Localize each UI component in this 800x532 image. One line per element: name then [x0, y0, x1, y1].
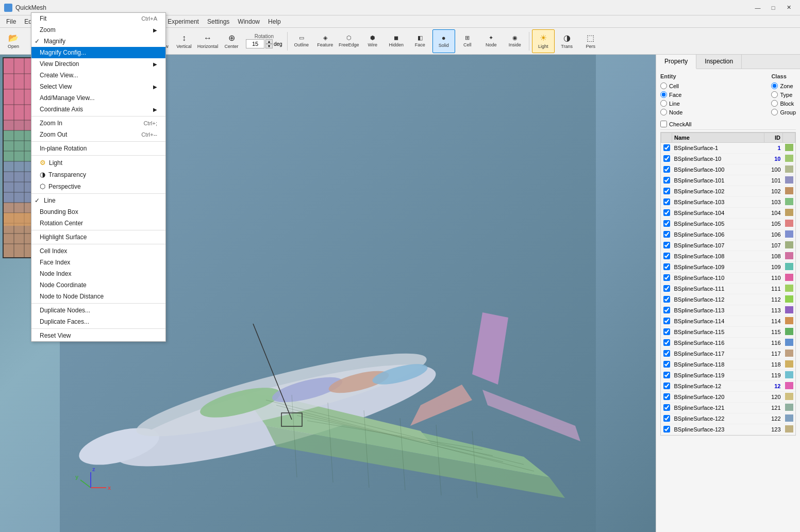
- menu-transparency-item[interactable]: ◑ Transparency: [31, 169, 165, 180]
- menu-face-index-item[interactable]: Face Index: [31, 257, 165, 268]
- menu-coordinate-axis-item[interactable]: Coordinate Axis ▶: [31, 104, 165, 115]
- menu-settings[interactable]: Settings: [203, 15, 234, 28]
- row-checkbox[interactable]: [663, 426, 670, 433]
- menu-duplicate-nodes-item[interactable]: Duplicate Nodes...: [31, 305, 165, 316]
- wire-button[interactable]: ⬢ Wire: [361, 29, 384, 53]
- tab-inspection[interactable]: Inspection: [696, 55, 742, 69]
- row-checkbox[interactable]: [663, 253, 670, 259]
- class-group-input[interactable]: [771, 109, 778, 115]
- row-checkbox[interactable]: [663, 155, 670, 162]
- row-checkbox[interactable]: [663, 177, 670, 184]
- menu-view-direction-item[interactable]: View Direction ▶: [31, 58, 165, 70]
- row-checkbox[interactable]: [663, 393, 670, 400]
- open-button[interactable]: 📂 Open: [2, 29, 25, 53]
- row-checkbox[interactable]: [663, 231, 670, 238]
- entity-line-radio[interactable]: Line: [660, 100, 682, 107]
- row-checkbox[interactable]: [663, 144, 670, 151]
- row-checkbox[interactable]: [663, 361, 670, 368]
- trans-button[interactable]: ◑ Trans: [556, 29, 578, 53]
- row-checkbox[interactable]: [663, 415, 670, 422]
- menu-line-item[interactable]: ✓ Line: [31, 195, 165, 206]
- menu-fit-item[interactable]: Fit Ctrl+A: [31, 13, 165, 24]
- menu-duplicate-faces-item[interactable]: Duplicate Faces...: [31, 316, 165, 327]
- row-checkbox[interactable]: [663, 372, 670, 378]
- row-checkbox[interactable]: [663, 350, 670, 357]
- menu-node-distance-item[interactable]: Node to Node Distance: [31, 291, 165, 302]
- cell-button[interactable]: ⊞ Cell: [456, 29, 479, 53]
- node-button[interactable]: ✦ Node: [480, 29, 503, 53]
- check-all-checkbox[interactable]: [660, 121, 667, 127]
- menu-select-view-item[interactable]: Select View ▶: [31, 81, 165, 92]
- class-group-radio[interactable]: Group: [771, 109, 796, 115]
- hidden-button[interactable]: ◼ Hidden: [385, 29, 408, 53]
- row-checkbox[interactable]: [663, 404, 670, 411]
- class-zone-radio[interactable]: Zone: [771, 82, 796, 89]
- rotation-up[interactable]: ▲: [265, 39, 273, 44]
- row-checkbox[interactable]: [663, 274, 670, 281]
- entity-node-input[interactable]: [660, 109, 667, 115]
- menu-magnify-config-item[interactable]: Magnify Config...: [31, 47, 165, 58]
- vertical-button[interactable]: ↕ Vertical: [173, 29, 195, 53]
- rotation-down[interactable]: ▼: [265, 44, 273, 48]
- menu-node-index-item[interactable]: Node Index: [31, 268, 165, 279]
- menu-inplane-rotation-item[interactable]: In-plane Rotation: [31, 143, 165, 154]
- menu-window[interactable]: Window: [234, 15, 264, 28]
- minimize-button[interactable]: —: [751, 3, 765, 13]
- class-block-input[interactable]: [771, 100, 778, 107]
- row-checkbox[interactable]: [663, 296, 670, 303]
- menu-add-manage-view-item[interactable]: Add/Manage View...: [31, 92, 165, 104]
- menu-rotation-center-item[interactable]: Rotation Center: [31, 218, 165, 229]
- entity-node-radio[interactable]: Node: [660, 109, 682, 115]
- entity-cell-radio[interactable]: Cell: [660, 82, 682, 89]
- row-checkbox[interactable]: [663, 263, 670, 270]
- row-checkbox[interactable]: [663, 242, 670, 248]
- outline-button[interactable]: ▭ Outline: [290, 29, 313, 53]
- menu-bounding-box-item[interactable]: Bounding Box: [31, 206, 165, 218]
- entity-face-radio[interactable]: Face: [660, 91, 682, 98]
- row-checkbox[interactable]: [663, 188, 670, 194]
- row-checkbox[interactable]: [663, 328, 670, 335]
- face-button[interactable]: ◧ Face: [409, 29, 431, 53]
- row-checkbox[interactable]: [663, 166, 670, 173]
- menu-cell-index-item[interactable]: Cell Index: [31, 245, 165, 257]
- feature-button[interactable]: ◈ Feature: [314, 29, 337, 53]
- entity-cell-input[interactable]: [660, 82, 667, 89]
- entity-line-input[interactable]: [660, 100, 667, 107]
- class-zone-input[interactable]: [771, 82, 778, 89]
- menu-create-view-item[interactable]: Create View...: [31, 70, 165, 81]
- menu-experiment[interactable]: Experiment: [163, 15, 203, 28]
- row-checkbox[interactable]: [663, 383, 670, 389]
- menu-node-coordinate-item[interactable]: Node Coordinate: [31, 279, 165, 291]
- menu-file[interactable]: File: [2, 15, 20, 28]
- inside-button[interactable]: ◉ Inside: [504, 29, 526, 53]
- horizontal-button[interactable]: ↔ Horizontal: [196, 29, 219, 53]
- solid-button[interactable]: ● Solid: [432, 29, 455, 53]
- row-checkbox[interactable]: [663, 339, 670, 346]
- light-button[interactable]: ☀ Light: [532, 29, 555, 53]
- row-checkbox[interactable]: [663, 307, 670, 313]
- class-block-radio[interactable]: Block: [771, 100, 796, 107]
- row-checkbox[interactable]: [663, 198, 670, 205]
- maximize-button[interactable]: □: [766, 3, 780, 13]
- row-checkbox[interactable]: [663, 285, 670, 292]
- center-button[interactable]: ⊕ Center: [220, 29, 243, 53]
- menu-zoom-in-item[interactable]: Zoom In Ctrl+;: [31, 118, 165, 129]
- entity-face-input[interactable]: [660, 91, 667, 98]
- menu-light-item[interactable]: ⚙ Light: [31, 157, 165, 169]
- tab-property[interactable]: Property: [656, 55, 696, 69]
- menu-magnify-item[interactable]: ✓ Magnify: [31, 36, 165, 47]
- menu-reset-view-item[interactable]: Reset View: [31, 330, 165, 341]
- pers-button[interactable]: ⬚ Pers: [579, 29, 602, 53]
- menu-perspective-item[interactable]: ⬡ Perspective: [31, 180, 165, 192]
- freeedge-button[interactable]: ⬡ FreeEdge: [338, 29, 360, 53]
- menu-highlight-surface-item[interactable]: Highlight Surface: [31, 231, 165, 243]
- class-type-input[interactable]: [771, 91, 778, 98]
- menu-help[interactable]: Help: [264, 15, 285, 28]
- menu-zoom-item[interactable]: Zoom ▶: [31, 24, 165, 36]
- menu-zoom-out-item[interactable]: Zoom Out Ctrl+--: [31, 129, 165, 140]
- close-button[interactable]: ✕: [781, 3, 796, 13]
- row-checkbox[interactable]: [663, 220, 670, 227]
- class-type-radio[interactable]: Type: [771, 91, 796, 98]
- row-checkbox[interactable]: [663, 318, 670, 324]
- row-checkbox[interactable]: [663, 209, 670, 216]
